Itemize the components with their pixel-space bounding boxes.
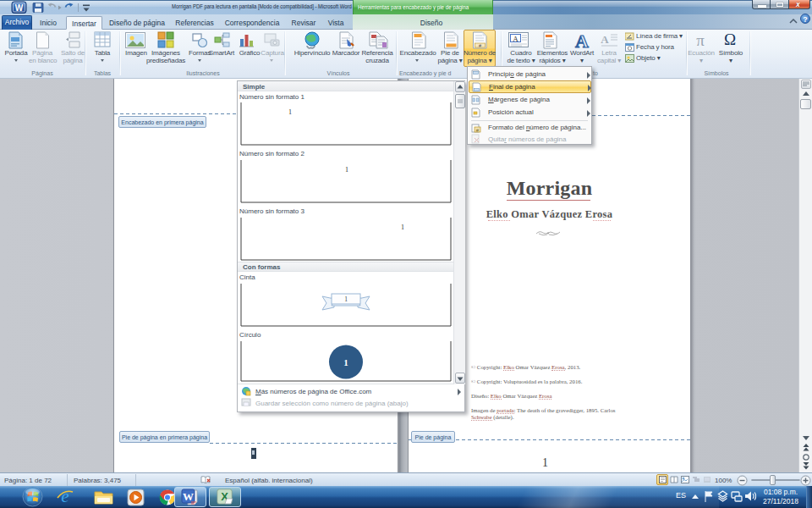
svg-text:1: 1 bbox=[288, 108, 292, 116]
svg-text:W: W bbox=[15, 3, 24, 13]
svg-text:W: W bbox=[183, 490, 194, 503]
svg-text:1: 1 bbox=[345, 166, 348, 174]
svg-text:A: A bbox=[513, 35, 518, 43]
svg-text:A: A bbox=[601, 33, 609, 46]
svg-text:1: 1 bbox=[343, 357, 348, 367]
svg-text:e: e bbox=[61, 488, 69, 506]
svg-text:A: A bbox=[575, 31, 589, 50]
svg-text:1: 1 bbox=[401, 224, 404, 231]
svg-text:1: 1 bbox=[344, 295, 348, 303]
